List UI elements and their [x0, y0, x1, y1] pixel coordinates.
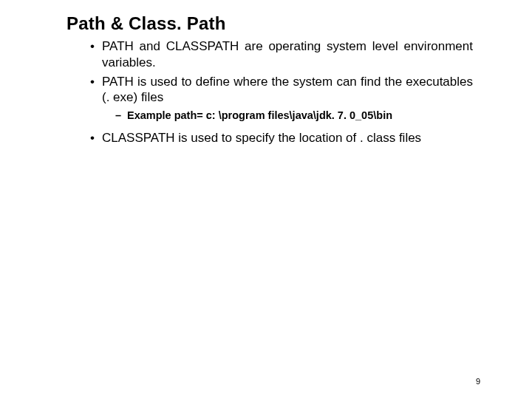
bullet-item: PATH is used to define where the system …	[90, 74, 473, 123]
slide-title: Path & Class. Path	[66, 13, 473, 34]
sub-bullet-list: Example path= c: \program files\java\jdk…	[102, 109, 473, 123]
bullet-item: CLASSPATH is used to specify the locatio…	[90, 130, 473, 146]
bullet-text: PATH is used to define where the system …	[102, 75, 473, 105]
bullet-item: PATH and CLASSPATH are operating system …	[90, 38, 473, 71]
bullet-list: PATH and CLASSPATH are operating system …	[66, 38, 473, 146]
slide: Path & Class. Path PATH and CLASSPATH ar…	[0, 0, 532, 399]
sub-bullet-item: Example path= c: \program files\java\jdk…	[115, 109, 473, 123]
page-number: 9	[476, 377, 480, 386]
